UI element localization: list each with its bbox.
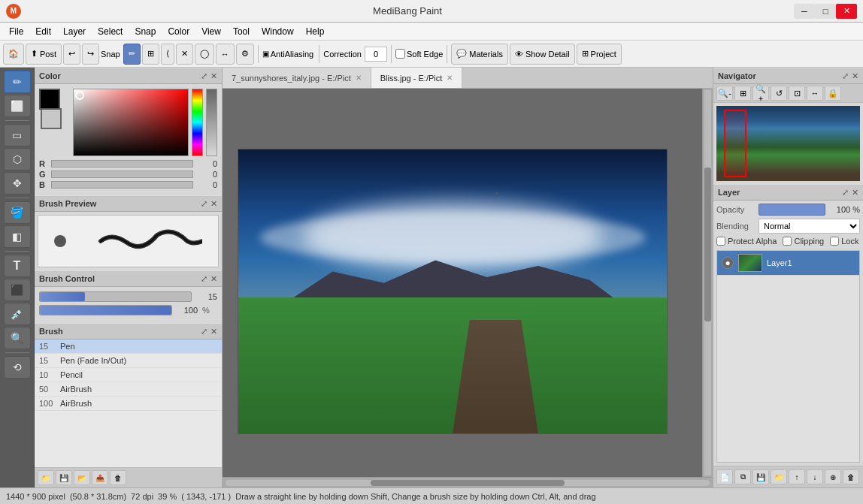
brush-preview-expand-icon[interactable]: ⤢ xyxy=(201,199,207,209)
nav-fit2-btn[interactable]: ⊡ xyxy=(789,86,805,101)
nav-zoom-in-btn[interactable]: 🔍+ xyxy=(752,86,769,101)
menu-item-file[interactable]: File xyxy=(3,25,29,38)
eyedropper-tool[interactable]: 💉 xyxy=(4,303,31,325)
move-tool[interactable]: ✥ xyxy=(4,172,31,195)
color-alpha-slider[interactable] xyxy=(206,89,217,156)
menu-item-snap[interactable]: Snap xyxy=(129,25,162,38)
navigator-close-icon[interactable]: ✕ xyxy=(852,71,858,81)
menu-item-help[interactable]: Help xyxy=(300,25,331,38)
snap-pen-button[interactable]: ✏ xyxy=(123,44,141,65)
nav-zoom-out-btn[interactable]: 🔍- xyxy=(716,86,733,101)
layer-save-btn[interactable]: 💾 xyxy=(752,469,769,484)
zoom-tool[interactable]: 🔍 xyxy=(4,327,31,349)
brush-preview-close-icon[interactable]: ✕ xyxy=(210,199,217,209)
vscroll-thumb[interactable] xyxy=(704,167,711,321)
canvas-hscroll[interactable] xyxy=(223,477,713,487)
snap-cross-button[interactable]: ✕ xyxy=(176,44,193,65)
tab-1-close[interactable]: ✕ xyxy=(447,74,453,82)
nav-fit-btn[interactable]: ⊞ xyxy=(734,86,751,101)
menu-item-view[interactable]: View xyxy=(195,25,227,38)
brush-list-save-btn[interactable]: 💾 xyxy=(56,470,72,485)
navigator-expand-icon[interactable]: ⤢ xyxy=(842,71,849,81)
brush-list-export-btn[interactable]: 📤 xyxy=(92,470,108,485)
layer-move-down-btn[interactable]: ↓ xyxy=(807,469,823,484)
nav-lock-btn[interactable]: 🔒 xyxy=(825,86,841,101)
layer-item[interactable]: ● Layer1 xyxy=(717,251,859,276)
protect-alpha-checkbox[interactable] xyxy=(716,237,725,246)
brush-list-expand-icon[interactable]: ⤢ xyxy=(201,327,207,337)
soft-edge-checkbox[interactable] xyxy=(395,49,405,59)
maximize-button[interactable]: □ xyxy=(815,4,836,19)
redo-button[interactable]: ↪ xyxy=(82,44,99,65)
layer-vis-toggle[interactable]: ● xyxy=(722,257,734,269)
fill-tool[interactable]: 🪣 xyxy=(4,201,31,224)
layer-folder-btn[interactable]: 📁 xyxy=(771,469,787,484)
layer-new-btn[interactable]: 📄 xyxy=(716,469,733,484)
opacity-slider[interactable] xyxy=(39,305,172,315)
snap-grid-button[interactable]: ⊞ xyxy=(142,44,159,65)
brush-list-delete-btn[interactable]: 🗑 xyxy=(110,470,126,485)
menu-item-layer[interactable]: Layer xyxy=(57,25,92,38)
b-bar[interactable] xyxy=(51,181,193,189)
brush-list-folder-btn[interactable]: 📁 xyxy=(38,470,54,485)
eraser-tool[interactable]: ⬜ xyxy=(4,95,31,117)
select-tool[interactable]: ▭ xyxy=(4,124,31,146)
brush-item[interactable]: 15 Pen xyxy=(35,340,222,354)
minimize-button[interactable]: ─ xyxy=(794,4,815,19)
materials-button[interactable]: 💬 Materials xyxy=(451,44,508,65)
brush-tool[interactable]: ✏ xyxy=(4,71,31,93)
bg-color-swatch[interactable] xyxy=(41,108,62,129)
opacity-bar[interactable] xyxy=(759,204,825,216)
brush-control-expand-icon[interactable]: ⤢ xyxy=(201,274,207,284)
shape-tool[interactable]: ⬛ xyxy=(4,279,31,301)
navigator-content[interactable] xyxy=(716,106,860,181)
layer-panel-expand-icon[interactable]: ⤢ xyxy=(842,188,849,198)
correction-input[interactable] xyxy=(365,47,387,62)
fg-color-swatch[interactable] xyxy=(39,89,60,110)
snap-line-button[interactable]: ⟨ xyxy=(161,44,174,65)
text-tool[interactable]: T xyxy=(4,255,31,277)
color-hue-slider[interactable] xyxy=(192,89,203,156)
blending-select[interactable]: Normal xyxy=(759,219,860,234)
lock-checkbox[interactable] xyxy=(830,237,839,246)
brush-item[interactable]: 100 AirBrush xyxy=(35,397,222,411)
g-bar[interactable] xyxy=(51,171,193,178)
snap-settings-button[interactable]: ⚙ xyxy=(236,44,254,65)
transform-tool[interactable]: ⟲ xyxy=(4,356,31,379)
layer-copy-btn[interactable]: ⧉ xyxy=(734,469,751,484)
show-detail-button[interactable]: 👁 Show Detail xyxy=(510,44,575,65)
brush-item[interactable]: 50 AirBrush xyxy=(35,382,222,397)
gradient-tool[interactable]: ◧ xyxy=(4,225,31,248)
r-bar[interactable] xyxy=(51,160,193,167)
color-gradient[interactable] xyxy=(73,89,189,156)
home-button[interactable]: 🏠 xyxy=(3,44,24,65)
size-slider[interactable] xyxy=(39,291,192,302)
brush-item[interactable]: 10 Pencil xyxy=(35,368,222,382)
canvas-viewport[interactable] xyxy=(223,89,702,477)
nav-flip-btn[interactable]: ↔ xyxy=(807,86,823,101)
post-button[interactable]: ⬆ Post xyxy=(26,44,62,65)
snap-symmetry-button[interactable]: ↔ xyxy=(216,44,235,65)
project-button[interactable]: ⊞ Project xyxy=(577,44,622,65)
menu-item-color[interactable]: Color xyxy=(162,25,195,38)
menu-item-tool[interactable]: Tool xyxy=(227,25,256,38)
canvas-vscroll[interactable] xyxy=(702,89,713,477)
layer-move-up-btn[interactable]: ↑ xyxy=(789,469,805,484)
layer-delete-btn[interactable]: 🗑 xyxy=(843,469,859,484)
color-expand-icon[interactable]: ⤢ xyxy=(201,71,207,81)
brush-list-import-btn[interactable]: 📂 xyxy=(74,470,90,485)
tab-0[interactable]: 7_sunnyshores_italy.jpg - E:/Pict ✕ xyxy=(223,68,371,88)
layer-merge-btn[interactable]: ⊕ xyxy=(825,469,841,484)
clipping-checkbox[interactable] xyxy=(783,237,792,246)
nav-rotate-btn[interactable]: ↺ xyxy=(771,86,787,101)
menu-item-select[interactable]: Select xyxy=(92,25,129,38)
undo-button[interactable]: ↩ xyxy=(63,44,80,65)
brush-item[interactable]: 15 Pen (Fade In/Out) xyxy=(35,354,222,368)
tab-1[interactable]: Bliss.jpg - E:/Pict ✕ xyxy=(371,68,463,88)
brush-control-close-icon[interactable]: ✕ xyxy=(210,274,217,284)
lasso-tool[interactable]: ⬡ xyxy=(4,148,31,171)
hscroll-thumb[interactable] xyxy=(371,480,565,486)
color-close-icon[interactable]: ✕ xyxy=(210,71,217,81)
snap-circle-button[interactable]: ◯ xyxy=(195,44,214,65)
close-button[interactable]: ✕ xyxy=(836,4,857,19)
